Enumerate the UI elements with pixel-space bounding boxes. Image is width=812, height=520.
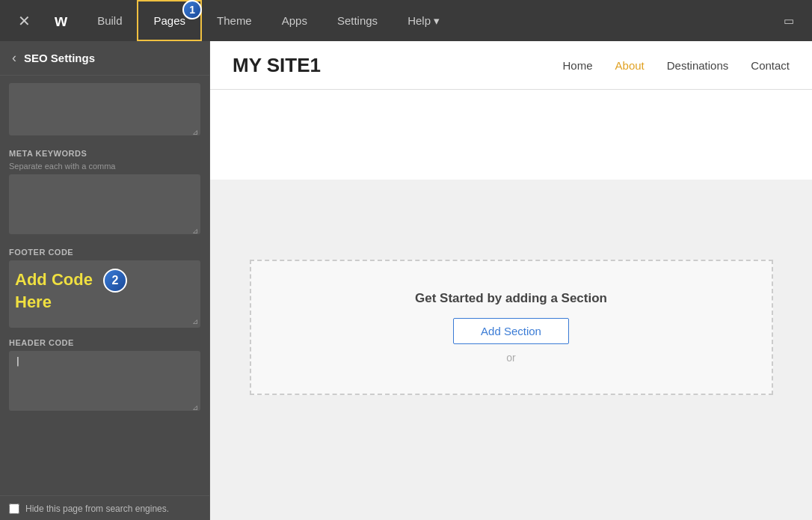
- main-content: ‹ SEO Settings ⊿ META KEYWORDS Separate …: [0, 41, 812, 520]
- white-band: [210, 90, 812, 180]
- site-nav-destinations[interactable]: Destinations: [667, 59, 729, 72]
- hide-page-label: Hide this page from search engines.: [25, 504, 169, 514]
- meta-keywords-section: META KEYWORDS Separate each with a comma…: [9, 149, 200, 237]
- site-nav: MY SITE1 Home About Destinations Contact: [210, 41, 812, 90]
- badge-2: 2: [103, 269, 127, 293]
- header-code-textarea[interactable]: |: [9, 351, 200, 411]
- meta-keywords-wrapper: ⊿: [9, 174, 200, 237]
- resize-icon: ⊿: [192, 128, 198, 136]
- meta-keywords-label: META KEYWORDS: [9, 149, 200, 158]
- sidebar-footer: Hide this page from search engines.: [0, 495, 209, 520]
- footer-code-wrapper: Add Code 2 Here ⊿: [9, 260, 200, 328]
- sidebar-header: ‹ SEO Settings: [0, 41, 209, 76]
- sidebar: ‹ SEO Settings ⊿ META KEYWORDS Separate …: [0, 41, 209, 520]
- meta-image-section: ⊿: [9, 83, 200, 138]
- header-code-wrapper: | ⊿: [9, 351, 200, 414]
- site-nav-links: Home About Destinations Contact: [563, 59, 790, 72]
- monitor-icon[interactable]: ▭: [775, 14, 803, 28]
- site-nav-contact[interactable]: Contact: [751, 59, 790, 72]
- header-resize-icon: ⊿: [192, 403, 198, 412]
- top-nav: Build Pages 1 Theme Apps Settings Help ▾: [82, 0, 775, 41]
- add-code-text: Add Code 2 Here: [15, 269, 194, 312]
- add-section-button[interactable]: Add Section: [453, 318, 569, 344]
- sidebar-body: ⊿ META KEYWORDS Separate each with a com…: [0, 76, 209, 495]
- sidebar-title: SEO Settings: [24, 52, 95, 64]
- meta-hint: Separate each with a comma: [9, 162, 200, 171]
- weebly-logo: w: [40, 11, 82, 31]
- nav-apps[interactable]: Apps: [267, 0, 322, 41]
- back-button[interactable]: ‹: [12, 50, 16, 66]
- pages-badge: 1: [182, 0, 202, 19]
- header-code-section: HEADER CODE | ⊿: [9, 338, 200, 414]
- meta-keywords-textarea[interactable]: [9, 174, 200, 234]
- close-button[interactable]: ✕: [9, 6, 40, 36]
- nav-help[interactable]: Help ▾: [393, 0, 455, 41]
- nav-pages[interactable]: Pages 1: [137, 0, 202, 41]
- site-nav-about[interactable]: About: [615, 59, 645, 72]
- footer-code-section: FOOTER CODE Add Code 2 Here ⊿: [9, 248, 200, 328]
- preview-area: MY SITE1 Home About Destinations Contact…: [209, 41, 812, 520]
- top-right-controls: ▭: [775, 14, 803, 28]
- hide-page-checkbox[interactable]: [9, 504, 19, 514]
- or-text: or: [506, 352, 515, 364]
- meta-image-textarea[interactable]: [9, 83, 200, 135]
- header-code-label: HEADER CODE: [9, 338, 200, 347]
- nav-theme[interactable]: Theme: [202, 0, 267, 41]
- site-nav-home[interactable]: Home: [563, 59, 593, 72]
- site-logo: MY SITE1: [233, 54, 321, 77]
- meta-resize-icon: ⊿: [192, 227, 198, 235]
- page-content: Get Started by adding a Section Add Sect…: [210, 90, 812, 520]
- footer-resize-icon: ⊿: [192, 317, 198, 325]
- get-started-text: Get Started by adding a Section: [415, 291, 607, 306]
- footer-code-label: FOOTER CODE: [9, 248, 200, 257]
- add-section-container: Get Started by adding a Section Add Sect…: [250, 260, 773, 395]
- nav-build[interactable]: Build: [82, 0, 137, 41]
- top-bar: ✕ w Build Pages 1 Theme Apps Settings He…: [0, 0, 812, 41]
- meta-image-wrapper: ⊿: [9, 83, 200, 138]
- nav-settings[interactable]: Settings: [322, 0, 393, 41]
